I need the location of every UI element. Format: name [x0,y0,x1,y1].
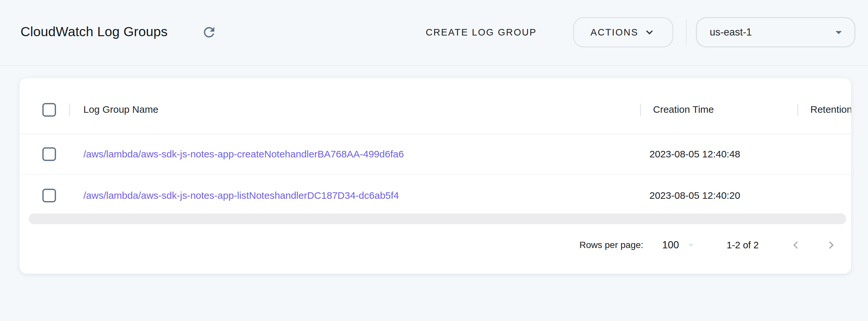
create-log-group-button[interactable]: CREATE LOG GROUP [426,27,537,38]
region-select[interactable]: us-east-1 [696,17,855,47]
log-group-link[interactable]: /aws/lambda/aws-sdk-js-notes-app-listNot… [83,190,399,201]
app-header: CloudWatch Log Groups CREATE LOG GROUP A… [0,0,868,66]
column-separator [640,104,641,116]
pagination-range-label: 1-2 of 2 [726,240,758,251]
dropdown-arrow-icon [831,25,846,40]
column-header-creation-time[interactable]: Creation Time [653,104,714,115]
actions-button[interactable]: ACTIONS [573,17,673,47]
rows-per-page-label: Rows per page: [580,240,643,250]
header-divider [686,20,687,46]
rows-per-page-arrow[interactable] [684,238,698,252]
rows-per-page-select[interactable]: 100 [662,239,679,251]
column-separator [69,104,70,116]
next-page-button[interactable] [822,236,840,254]
select-all-checkbox[interactable] [42,103,56,117]
chevron-left-icon [788,238,803,253]
region-select-value: us-east-1 [710,26,752,38]
chevron-down-icon [643,26,656,39]
actions-button-label: ACTIONS [590,27,639,38]
refresh-icon [201,24,217,40]
table-row: /aws/lambda/aws-sdk-js-notes-app-createN… [20,134,851,175]
dropdown-arrow-icon [684,238,698,252]
log-groups-card: Log Group Name Creation Time Retention /… [20,78,851,274]
table-header-row: Log Group Name Creation Time Retention [20,78,851,134]
refresh-button[interactable] [201,24,217,40]
creation-time-cell: 2023-08-05 12:40:20 [649,190,740,201]
column-separator [797,104,798,116]
column-header-log-group-name[interactable]: Log Group Name [83,104,158,115]
row-checkbox[interactable] [42,189,56,202]
chevron-right-icon [824,238,839,253]
horizontal-scrollbar-thumb[interactable] [29,213,846,224]
row-checkbox[interactable] [42,147,56,161]
log-group-link[interactable]: /aws/lambda/aws-sdk-js-notes-app-createN… [83,149,404,160]
table-row: /aws/lambda/aws-sdk-js-notes-app-listNot… [20,175,851,216]
previous-page-button[interactable] [786,236,805,254]
creation-time-cell: 2023-08-05 12:40:48 [649,149,740,160]
page-title: CloudWatch Log Groups [21,24,168,39]
column-header-retention[interactable]: Retention [810,104,851,115]
